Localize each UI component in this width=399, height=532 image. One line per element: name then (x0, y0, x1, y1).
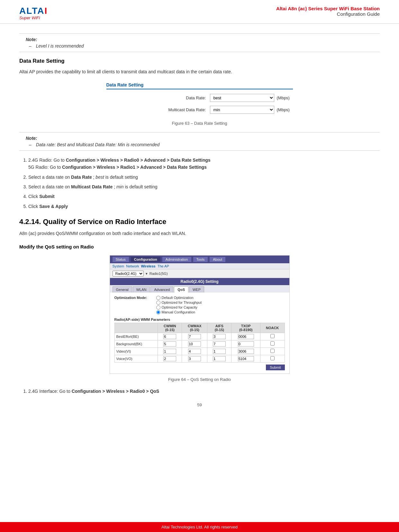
data-rate-label: Data Rate: (148, 95, 206, 100)
figure-data-rate-caption: Figure 63 – Data Rate Setting (172, 121, 227, 126)
ss-th-noack: NOACK (260, 323, 285, 333)
footer-text: Altai Technologies Ltd. All rights reser… (161, 525, 238, 529)
ss-body: Optimization Mode: Default Optimization … (110, 293, 289, 374)
step-2: Select a data rate on Data Rate ; best i… (28, 174, 380, 181)
ss-nav-wireless[interactable]: Wireless (141, 264, 156, 268)
step-5: Click Save & Apply (28, 203, 380, 210)
ss-cell-cwmin[interactable] (158, 333, 182, 340)
note-item-2: – Data rate: Best and Multicast Data Rat… (26, 142, 373, 147)
ss-cell-txop[interactable] (231, 340, 260, 347)
ss-cell-txop[interactable] (231, 347, 260, 355)
ss-cell-txop[interactable] (231, 333, 260, 340)
ss-table-row: BestEffort(BE) (114, 333, 285, 340)
ss-wmm-table: CWMIN(0-15) CWMAX(0-15) AIFS(0-15) TXOP(… (114, 323, 285, 363)
ss-submit-row: Submit (114, 363, 285, 370)
ss-cell-aifs[interactable] (207, 347, 231, 355)
ss-tab-general[interactable]: General (113, 286, 132, 293)
ss-cell-cwmax[interactable] (182, 355, 207, 362)
ss-btn-about[interactable]: About (210, 257, 225, 262)
figure-data-rate-table: Data Rate: best min (Mbps) Multicast Dat… (106, 94, 293, 118)
logo: ALTAI Super WiFi (19, 6, 48, 20)
ss-th-aifs: AIFS(0-15) (207, 323, 231, 333)
main-content: Note: – Level I is recommended Data Rate… (0, 24, 399, 446)
qos-steps-list: 2.4G Interface: Go to Configuration > Wi… (28, 388, 380, 395)
qos-sub-heading: Modify the QoS setting on Radio (19, 244, 380, 249)
page-header: ALTAI Super WiFi Altai A8n (ac) Series S… (0, 0, 399, 24)
multicast-rate-row: Multicast Data Rate: min best (Mbps) (106, 106, 293, 114)
ss-subnav: System Network Wireless The AP (110, 263, 289, 269)
data-rate-body: Altai AP provides the capability to limi… (19, 68, 380, 76)
ss-cell-cwmax[interactable] (182, 347, 207, 355)
note-title-2: Note: (26, 136, 373, 141)
ss-cell-label: Video(VI) (114, 347, 158, 355)
ss-nav-system[interactable]: System (113, 264, 124, 268)
ss-cell-cwmax[interactable] (182, 333, 207, 340)
step-1-bold2: Configuration > Wireless > Radio1 > Adva… (62, 165, 207, 170)
ss-topbar: Status Configuration Administration Tool… (110, 256, 289, 263)
ss-cell-noack[interactable] (260, 340, 285, 347)
ss-title-bar: Radio0(2.4G) Setting (110, 278, 289, 285)
ss-btn-admin[interactable]: Administration (162, 257, 191, 262)
ss-th-cwmin: CWMIN(0-15) (158, 323, 182, 333)
page-number: 59 (19, 402, 380, 407)
ss-tab-wep[interactable]: WEP (189, 286, 204, 293)
ss-submit-btn[interactable]: Submit (266, 365, 285, 370)
ss-cell-aifs[interactable] (207, 333, 231, 340)
figure-data-rate-title: Data Rate Setting (106, 82, 293, 89)
ss-btn-config[interactable]: Configuration (131, 257, 160, 262)
ss-optimization-section: Optimization Mode: Default Optimization … (114, 296, 285, 315)
note-item-1: – Level I is recommended (26, 43, 373, 49)
screenshot-frame: Status Configuration Administration Tool… (110, 255, 290, 374)
logo-text: ALTAI (19, 6, 48, 16)
ss-nav-theap[interactable]: The AP (158, 264, 169, 268)
data-rate-unit: (Mbps) (277, 95, 293, 100)
ss-radio-select[interactable]: Radio0(2.4G) Radio1(5G) (113, 271, 144, 276)
ss-cell-noack[interactable] (260, 333, 285, 340)
ss-tab-wlan[interactable]: WLAN (133, 286, 150, 293)
ss-opt-capacity[interactable]: Optimized for Capacity (156, 305, 202, 310)
ss-cell-aifs[interactable] (207, 340, 231, 347)
ss-opt-default[interactable]: Default Optimization (156, 296, 202, 300)
ss-cell-label: BestEffort(BE) (114, 333, 158, 340)
ss-wmm-title: Radio(AP-side) WMM Parameters (114, 318, 285, 321)
ss-opt-manual[interactable]: Manual Configuration (156, 310, 202, 314)
ss-opt-throughput[interactable]: Optimized for Throughput (156, 301, 202, 305)
ss-table-header-row: CWMIN(0-15) CWMAX(0-15) AIFS(0-15) TXOP(… (114, 323, 285, 333)
ss-cell-noack[interactable] (260, 355, 285, 362)
ss-th-label (114, 323, 158, 333)
ss-cell-cwmin[interactable] (158, 340, 182, 347)
data-rate-select[interactable]: best min (210, 94, 274, 102)
step-4: Click Submit (28, 193, 380, 200)
ss-th-txop: TXOP(0-8190) (231, 323, 260, 333)
note-box-2: Note: – Data rate: Best and Multicast Da… (19, 132, 380, 151)
ss-cell-noack[interactable] (260, 347, 285, 355)
ss-nav-network[interactable]: Network (126, 264, 139, 268)
header-title: Altai A8n (ac) Series Super WiFi Base St… (276, 6, 380, 17)
ss-cell-label: Background(BK) (114, 340, 158, 347)
ss-tab-advanced[interactable]: Advanced (150, 286, 173, 293)
step-1-text: 2.4G Radio: Go to (28, 158, 66, 163)
ss-btn-status[interactable]: Status (113, 257, 129, 262)
ss-tab-qos[interactable]: QoS (174, 286, 188, 293)
ss-cell-cwmin[interactable] (158, 355, 182, 362)
ss-breadcrumb: Radio0(2.4G) Radio1(5G) ▾ Radio1(5G) (110, 269, 289, 278)
ss-table-row: Voice(VO) (114, 355, 285, 362)
note-box-1: Note: – Level I is recommended (19, 33, 380, 52)
ss-cell-cwmax[interactable] (182, 340, 207, 347)
figure-qos-caption: Figure 64 – QoS Setting on Radio (168, 377, 231, 382)
ss-table-row: Background(BK) (114, 340, 285, 347)
ss-btn-tools[interactable]: Tools (193, 257, 208, 262)
product-name: Altai A8n (ac) Series Super WiFi Base St… (276, 6, 380, 11)
ss-cell-cwmin[interactable] (158, 347, 182, 355)
multicast-rate-select[interactable]: min best (210, 106, 274, 114)
step-1: 2.4G Radio: Go to Configuration > Wirele… (28, 157, 380, 171)
qos-body: A8n (ac) provides QoS/WMM configuration … (19, 230, 380, 238)
ss-cell-aifs[interactable] (207, 355, 231, 362)
multicast-rate-label: Multicast Data Rate: (148, 107, 206, 112)
ss-table-row: Video(VI) (114, 347, 285, 355)
logo-tagline: Super WiFi (19, 15, 40, 20)
ss-radio1-label: Radio1(5G) (150, 272, 168, 275)
ss-cell-txop[interactable] (231, 355, 260, 362)
step-1-bold: Configuration > Wireless > Radio0 > Adva… (66, 158, 211, 163)
ss-table-body: BestEffort(BE) Background(BK) Video(VI) … (114, 333, 285, 362)
